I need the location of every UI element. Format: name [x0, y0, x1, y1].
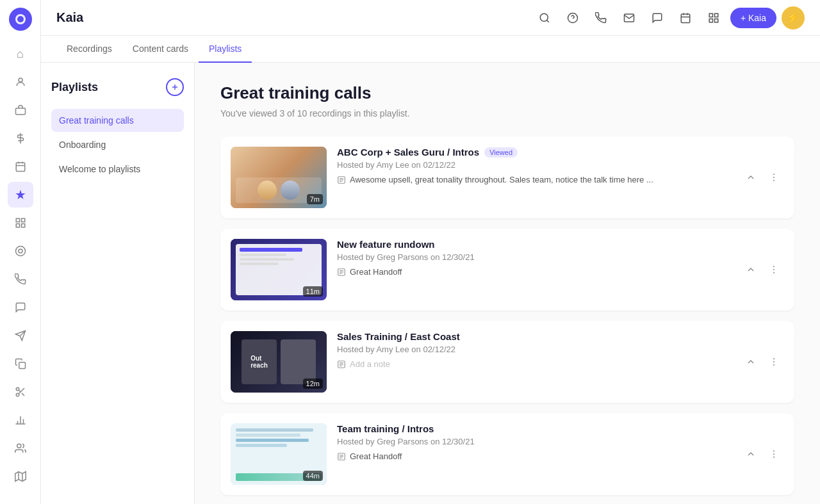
recording-duration: 12m [303, 378, 323, 389]
collapse-button[interactable] [741, 352, 761, 372]
more-options-button[interactable] [764, 444, 784, 464]
playlist-item-great-training[interactable]: Great training calls [51, 109, 184, 132]
svg-line-21 [21, 393, 24, 396]
playlist-content-title: Great training calls [220, 83, 794, 103]
add-playlist-button[interactable] [166, 78, 184, 96]
recording-thumbnail[interactable]: 11m [231, 239, 327, 300]
collapse-button[interactable] [741, 167, 761, 188]
playlists-sidebar-header: Playlists [51, 78, 184, 96]
app-logo[interactable] [9, 8, 32, 31]
sidebar-nav: ⌂ [0, 0, 41, 504]
playlist-item-onboarding[interactable]: Onboarding [51, 133, 184, 156]
recording-actions [741, 167, 784, 188]
svg-point-58 [773, 272, 775, 273]
calendar-button[interactable] [674, 6, 697, 29]
svg-point-27 [17, 444, 20, 448]
recording-thumbnail[interactable]: 44m [231, 423, 327, 485]
recording-title[interactable]: Team training / Intros [337, 423, 434, 434]
nav-target[interactable] [8, 238, 33, 264]
recording-duration: 7m [307, 194, 323, 204]
chat-button[interactable] [646, 6, 669, 29]
playlist-main-content: Great training calls You've viewed 3 of … [195, 63, 820, 504]
recording-note: Add a note [337, 359, 730, 371]
note-icon [337, 268, 346, 279]
recording-actions [741, 352, 784, 372]
more-options-button[interactable] [764, 167, 784, 188]
tabs-row: Recordings Content cards Playlists [41, 36, 820, 63]
recording-info: Team training / Intros Hosted by Greg Pa… [337, 423, 730, 463]
svg-rect-39 [709, 13, 712, 17]
help-button[interactable] [561, 6, 584, 29]
nav-bar-chart[interactable] [8, 407, 33, 433]
nav-sparkle[interactable] [8, 182, 33, 207]
recording-title[interactable]: ABC Corp + Sales Guru / Intros [337, 147, 479, 158]
search-button[interactable] [533, 6, 556, 29]
svg-point-56 [773, 266, 775, 267]
nav-dollar[interactable] [8, 126, 33, 151]
tab-playlists[interactable]: Playlists [199, 36, 252, 63]
svg-rect-35 [681, 14, 690, 23]
recording-item: 44m Team training / Intros Hosted by Gre… [220, 413, 794, 495]
recording-note: Great Handoff [337, 267, 730, 279]
recording-note: Awesome upsell, great tonality throughou… [337, 175, 730, 186]
svg-line-22 [19, 390, 20, 392]
recording-item: 11m New feature rundown Hosted by Greg P… [220, 229, 794, 311]
grid-button[interactable] [702, 6, 725, 29]
note-icon [337, 452, 346, 463]
note-text: Great Handoff [350, 451, 402, 461]
nav-phone[interactable] [8, 266, 33, 292]
phone-button[interactable] [589, 6, 612, 29]
svg-point-2 [19, 78, 22, 82]
nav-team[interactable] [8, 435, 33, 461]
nav-chat[interactable] [8, 295, 33, 320]
lightning-button[interactable]: ⚡ [782, 6, 805, 29]
svg-point-19 [16, 393, 19, 396]
svg-point-63 [773, 358, 775, 359]
more-options-button[interactable] [764, 352, 784, 372]
nav-people[interactable] [8, 69, 33, 95]
more-options-button[interactable] [764, 259, 784, 280]
recording-note: Great Handoff [337, 451, 730, 463]
nav-calendar[interactable] [8, 154, 33, 179]
recordings-list: 7m ABC Corp + Sales Guru / Intros Viewed… [220, 136, 794, 504]
recording-host: Hosted by Amy Lee on 02/12/22 [337, 160, 730, 170]
tab-content-cards[interactable]: Content cards [122, 36, 199, 63]
collapse-button[interactable] [741, 259, 761, 280]
collapse-button[interactable] [741, 444, 761, 464]
nav-copy[interactable] [8, 351, 33, 377]
nav-home[interactable]: ⌂ [8, 41, 33, 67]
recording-title[interactable]: New feature rundown [337, 239, 435, 250]
svg-point-71 [773, 453, 775, 455]
email-button[interactable] [618, 6, 641, 29]
body-area: Playlists Great training calls Onboardin… [41, 63, 820, 504]
nav-scissors[interactable] [8, 379, 33, 405]
svg-marker-28 [15, 472, 26, 482]
recording-host: Hosted by Amy Lee on 02/12/22 [337, 345, 730, 354]
svg-rect-40 [714, 13, 718, 17]
top-header: Kaia [41, 0, 820, 36]
recording-info: ABC Corp + Sales Guru / Intros Viewed Ho… [337, 147, 730, 186]
playlist-item-welcome[interactable]: Welcome to playlists [51, 158, 184, 181]
svg-point-14 [19, 249, 22, 253]
svg-rect-9 [16, 218, 19, 222]
svg-point-64 [773, 361, 775, 362]
recording-thumbnail[interactable]: Outreach 12m [231, 331, 327, 393]
svg-rect-41 [709, 19, 712, 22]
svg-point-49 [773, 174, 775, 175]
note-text: Great Handoff [350, 267, 402, 277]
nav-send[interactable] [8, 323, 33, 348]
svg-rect-10 [21, 218, 24, 222]
nav-map[interactable] [8, 464, 33, 489]
nav-grid[interactable] [8, 210, 33, 236]
playlists-sidebar-title: Playlists [51, 81, 98, 94]
nav-briefcase[interactable] [8, 97, 33, 123]
note-icon [337, 175, 346, 186]
recording-title-row: Sales Training / East Coast [337, 331, 730, 342]
note-text: Add a note [350, 359, 390, 369]
tab-recordings[interactable]: Recordings [56, 36, 122, 63]
recording-title[interactable]: Sales Training / East Coast [337, 331, 460, 342]
new-call-button[interactable]: + Kaia [730, 8, 776, 28]
recording-thumbnail[interactable]: 7m [231, 147, 327, 208]
svg-point-72 [773, 457, 775, 458]
recording-info: New feature rundown Hosted by Greg Parso… [337, 239, 730, 279]
